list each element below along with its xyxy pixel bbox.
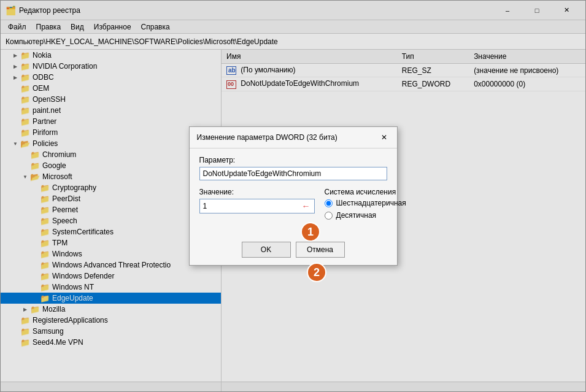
cancel-button[interactable]: Отмена xyxy=(296,242,345,258)
value-input[interactable] xyxy=(200,200,298,212)
radio-dec[interactable]: Десятичная xyxy=(325,211,406,220)
dialog-overlay: Изменение параметра DWORD (32 бита) ✕ Па… xyxy=(0,0,586,392)
numeral-label: Система исчисления xyxy=(325,188,406,196)
badge-2-circle: 2 xyxy=(307,263,326,282)
dialog-body: Параметр: Значение: ← Система исчисления xyxy=(190,148,397,237)
dialog-title-bar: Изменение параметра DWORD (32 бита) ✕ xyxy=(190,127,397,148)
badge-1-circle: 1 xyxy=(301,222,320,242)
badge-2: 2 xyxy=(307,263,326,282)
numeral-column: Система исчисления Шестнадцатеричная Дес… xyxy=(325,188,406,220)
value-input-wrap: ← xyxy=(199,199,315,213)
value-label: Значение: xyxy=(199,188,315,196)
radio-group: Шестнадцатеричная Десятичная xyxy=(325,199,406,220)
ok-button[interactable]: OK xyxy=(242,242,291,258)
radio-hex-input[interactable] xyxy=(325,199,333,207)
dialog-title-text: Изменение параметра DWORD (32 бита) xyxy=(197,133,337,142)
arrow-icon: ← xyxy=(298,199,314,213)
radio-dec-input[interactable] xyxy=(325,212,333,220)
dialog-value-row: Значение: ← Система исчисления Шестнадца… xyxy=(199,188,387,220)
value-column: Значение: ← xyxy=(199,188,315,220)
param-label: Параметр: xyxy=(199,156,387,164)
radio-hex-label: Шестнадцатеричная xyxy=(336,199,406,207)
radio-hex[interactable]: Шестнадцатеричная xyxy=(325,199,406,207)
ok-label: OK xyxy=(261,245,271,254)
dialog-close-button[interactable]: ✕ xyxy=(379,132,390,143)
dialog-buttons: OK Отмена xyxy=(190,237,397,265)
dword-dialog: Изменение параметра DWORD (32 бита) ✕ Па… xyxy=(189,126,398,266)
badge-1: 1 xyxy=(301,222,320,242)
radio-dec-label: Десятичная xyxy=(336,211,377,220)
param-input[interactable] xyxy=(199,167,387,180)
cancel-label: Отмена xyxy=(307,245,333,254)
